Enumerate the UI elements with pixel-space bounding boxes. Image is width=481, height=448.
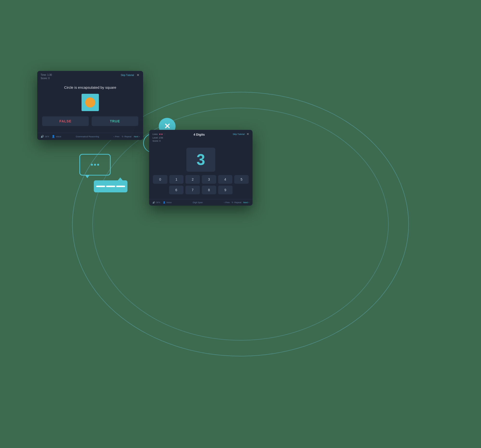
repeat-icon: ↻: [122, 135, 124, 138]
chat-line-3: [116, 186, 125, 187]
ds-info: Lives: ♥ ♥ ♡ Level: 1/36 Score: 0: [152, 132, 166, 143]
ds-skip-tutorial[interactable]: Skip Tutorial: [233, 133, 245, 135]
ds-display-area: 3: [149, 144, 253, 175]
gr-footer-right: ‹ Prev ↻ Repeat Next ›: [113, 135, 140, 138]
ds-footer: 🔊 SFX 👤 Voice Digit Span ‹ Prev ↻ Repeat…: [149, 199, 253, 206]
ds-voice-icon: 👤: [163, 201, 165, 204]
ds-displayed-number: 3: [196, 151, 205, 169]
voice-icon: 👤: [52, 135, 55, 138]
gr-true-button[interactable]: TRUE: [92, 116, 138, 126]
heart-2: ♥: [161, 132, 163, 136]
ds-key-0[interactable]: 0: [153, 175, 167, 184]
ds-footer-right: ‹ Prev ↻ Repeat Next ›: [224, 201, 249, 204]
heart-3: ♡: [163, 132, 166, 136]
ds-next-chevron-icon: ›: [248, 201, 249, 204]
ds-key-8[interactable]: 8: [202, 186, 216, 194]
gr-time: Time: 1:30: [41, 73, 52, 77]
gr-category: Grammatical Reasoning: [76, 135, 99, 138]
ds-category: Digit Span: [193, 201, 203, 204]
gr-body: Circle is encapsulated by square FALSE T…: [37, 82, 143, 133]
ds-next-button[interactable]: Next ›: [243, 201, 249, 204]
grammatical-reasoning-window: Time: 1:30 Score: 0 Skip Tutorial ✕ Circ…: [37, 71, 143, 140]
gr-prev-button[interactable]: ‹ Prev: [113, 135, 120, 138]
ds-key-5[interactable]: 5: [234, 175, 249, 184]
ds-key-7[interactable]: 7: [185, 186, 200, 194]
ds-key-9[interactable]: 9: [218, 186, 233, 194]
gr-skip-tutorial[interactable]: Skip Tutorial: [121, 74, 134, 76]
gr-info: Time: 1:30 Score: 0: [41, 73, 52, 80]
ds-number-box: 3: [186, 148, 215, 172]
ds-header: Lives: ♥ ♥ ♡ Level: 1/36 Score: 0 4 Digi…: [149, 130, 253, 144]
ds-key-1[interactable]: 1: [169, 175, 184, 184]
gr-sfx-button[interactable]: 🔊 SFX: [41, 135, 49, 138]
gr-footer: 🔊 SFX 👤 Voice Grammatical Reasoning ‹ Pr…: [37, 133, 143, 140]
ds-keypad-row-2: 6 7 8 9: [153, 186, 249, 194]
ds-lives-row: Lives: ♥ ♥ ♡: [152, 132, 166, 136]
ds-voice-button[interactable]: 👤 Voice: [163, 201, 172, 204]
ds-key-4[interactable]: 4: [218, 175, 233, 184]
ds-sfx-label: SFX: [156, 201, 160, 204]
chat-dot-2: [94, 164, 96, 166]
next-chevron-icon: ›: [139, 135, 140, 138]
digit-span-window: Lives: ♥ ♥ ♡ Level: 1/36 Score: 0 4 Digi…: [149, 130, 253, 206]
gr-controls: Skip Tutorial ✕: [121, 73, 140, 77]
ds-prev-button[interactable]: ‹ Prev: [224, 201, 230, 204]
ds-voice-label: Voice: [166, 201, 172, 204]
ds-keypad: 0 1 2 3 4 5 6 7 8 9: [149, 175, 253, 199]
chat-dot-3: [97, 164, 99, 166]
prev-chevron-icon: ‹: [113, 135, 114, 138]
gr-next-button[interactable]: Next ›: [134, 135, 140, 138]
ds-sfx-icon: 🔊: [152, 201, 155, 204]
ds-title: 4 Digits: [166, 132, 233, 136]
gr-header: Time: 1:30 Score: 0 Skip Tutorial ✕: [37, 71, 143, 82]
chat-bubble-outline: [79, 154, 111, 176]
gr-footer-left: 🔊 SFX 👤 Voice: [41, 135, 61, 138]
gr-voice-label: Voice: [56, 135, 61, 138]
gr-score: Score: 0: [41, 77, 52, 80]
sfx-icon: 🔊: [41, 135, 44, 138]
ds-hearts: ♥ ♥ ♡: [159, 132, 166, 136]
chat-line-2: [106, 186, 115, 187]
gr-square-shape: [82, 94, 99, 111]
chat-dot-1: [91, 164, 93, 166]
ds-footer-left: 🔊 SFX 👤 Voice: [152, 201, 172, 204]
ds-level: Level: 1/36: [152, 136, 166, 140]
chat-line-1: [96, 186, 105, 187]
ds-close-button[interactable]: ✕: [247, 132, 249, 136]
ds-keypad-row-1: 0 1 2 3 4 5: [153, 175, 249, 184]
ds-controls: Skip Tutorial ✕: [233, 132, 249, 136]
ds-key-3[interactable]: 3: [202, 175, 216, 184]
chat-bubble-filled: [94, 180, 128, 192]
gr-circle-shape: [85, 97, 95, 107]
ds-prev-chevron-icon: ‹: [224, 201, 225, 204]
ds-lives-label: Lives:: [152, 133, 158, 136]
gr-image-area: [42, 94, 138, 111]
gr-question: Circle is encapsulated by square: [42, 85, 138, 90]
ds-score: Score: 0: [152, 140, 166, 143]
ds-key-2[interactable]: 2: [185, 175, 200, 184]
heart-1: ♥: [159, 132, 161, 136]
ds-key-6[interactable]: 6: [169, 186, 183, 194]
ds-repeat-button[interactable]: ↻ Repeat: [232, 201, 241, 204]
gr-sfx-label: SFX: [45, 135, 49, 138]
gr-repeat-button[interactable]: ↻ Repeat: [122, 135, 131, 138]
ds-repeat-icon: ↻: [232, 201, 233, 204]
gr-voice-button[interactable]: 👤 Voice: [52, 135, 61, 138]
gr-answer-buttons: FALSE TRUE: [42, 116, 138, 126]
ds-sfx-button[interactable]: 🔊 SFX: [152, 201, 160, 204]
gr-close-button[interactable]: ✕: [136, 73, 140, 77]
chat-icons: [79, 154, 128, 192]
gr-false-button[interactable]: FALSE: [42, 116, 89, 126]
